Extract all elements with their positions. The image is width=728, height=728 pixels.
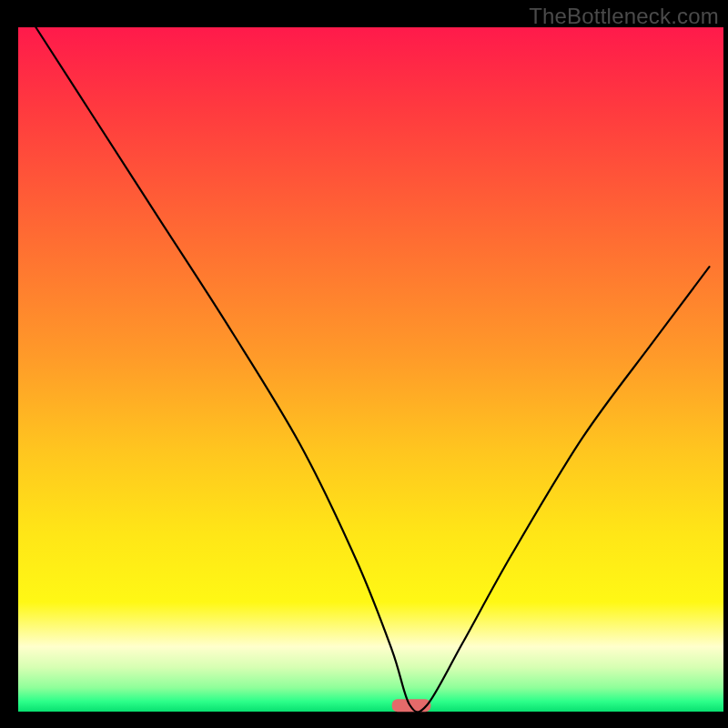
chart-frame: TheBottleneck.com (0, 0, 728, 728)
watermark-label: TheBottleneck.com (529, 4, 719, 29)
plot-background (18, 27, 723, 712)
sweet-spot-marker (392, 699, 431, 712)
bottleneck-chart (0, 0, 728, 728)
